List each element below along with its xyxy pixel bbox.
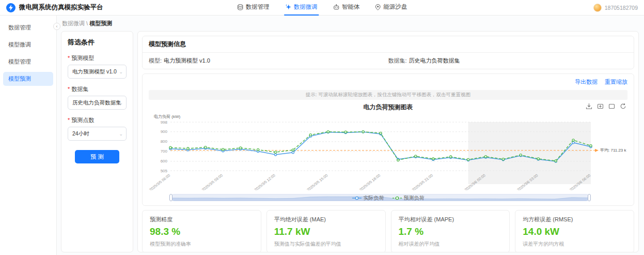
required-marker: * [68,86,70,92]
datazoom-left-handle[interactable] [169,194,172,201]
main-panel: 模型预测信息 模型:电力预测模型 v1.0 数据集:历史电力负荷数据集 导出数据… [137,31,639,252]
metric-mae: 平均绝对误差 (MAE) 11.7 kW 预测值与实际值偏差的平均值 [266,210,386,252]
map-pin-icon [375,4,381,10]
breadcrumb-current: 模型预测 [89,20,112,26]
svg-text:800: 800 [161,139,168,144]
user-box[interactable]: 18705182709 [593,4,638,12]
points-select[interactable]: 24小时 ⌄ [68,127,127,141]
metric-value: 98.3 % [150,226,254,237]
svg-text:平均: 711.23 k: 平均: 711.23 k [600,148,627,153]
nav-data-management[interactable]: 数据管理 [236,0,271,16]
breadcrumb-parent[interactable]: 数据微调 [62,20,85,26]
legend-item-actual[interactable]: 实际负荷 [352,194,384,202]
chevron-down-icon: ⌄ [119,69,123,74]
required-marker: * [68,55,70,61]
metric-value: 1.7 % [399,226,502,237]
chevron-down-icon: ⌄ [119,100,123,106]
metric-mape: 平均相对误差 (MAPE) 1.7 % 相对误差的平均值 [391,210,510,252]
chart-toolbox [586,103,626,110]
svg-text:2025/3/5 15:00: 2025/3/5 15:00 [306,173,329,190]
required-marker: * [68,117,70,123]
metric-label: 平均绝对误差 (MAE) [274,216,378,223]
field-label-model: *预测模型 [68,54,127,62]
reset-zoom-link[interactable]: 重置缩放 [605,78,627,86]
breadcrumb-separator: \ [86,20,88,26]
metric-accuracy: 预测精度 98.3 % 模型预测的准确率 [142,210,261,252]
robot-icon [333,4,339,10]
nav-label: 智能体 [342,3,360,11]
user-avatar[interactable] [593,4,602,12]
metric-desc: 模型预测的准确率 [150,241,254,248]
svg-text:2025/3/5 09:00: 2025/3/5 09:00 [201,173,224,190]
metric-rmse: 均方根误差 (RMSE) 14.0 kW 误差平方的均方根 [515,210,634,252]
svg-text:电力负荷 (kW): 电力负荷 (kW) [154,114,180,119]
datazoom-right-handle[interactable] [588,194,591,201]
export-data-link[interactable]: 导出数据 [575,78,598,86]
user-phone: 18705182709 [605,5,638,11]
top-navigation: 数据管理 数据微调 智能体 能源沙盘 [236,0,409,16]
chevron-down-icon: ⌄ [119,131,123,137]
prediction-info-box: 模型预测信息 模型:电力预测模型 v1.0 数据集:历史电力负荷数据集 [142,36,634,69]
svg-text:2025/3/5 21:00: 2025/3/5 21:00 [411,173,434,190]
metric-value: 11.7 kW [274,226,378,237]
power-load-line-chart[interactable]: 505600700800900998电力负荷 (kW)2025/3/5 06:0… [149,113,629,190]
filter-title: 筛选条件 [68,38,127,47]
svg-text:505: 505 [161,169,168,173]
metric-desc: 相对误差的平均值 [399,241,502,248]
zoom-window-icon[interactable] [597,103,604,110]
legend-marker-predicted [392,196,402,200]
metric-label: 预测精度 [150,216,254,223]
svg-text:900: 900 [161,129,168,134]
svg-text:998: 998 [161,120,168,125]
sidebar-item-model-predict[interactable]: 模型预测 [3,72,53,86]
model-select[interactable]: 电力预测模型 v1.0 ⌄ [68,65,127,79]
refresh-icon[interactable] [620,103,626,110]
field-label-dataset: *数据集 [68,85,127,93]
chart-hint: 提示: 可滚动鼠标滚轮缩放图表，按住左键拖动可平移图表，双击可重置视图 [149,90,627,100]
metric-value: 14.0 kW [523,226,626,237]
points-select-value: 24小时 [72,130,89,138]
dataset-select-value: 历史电力负荷数据集 [72,99,121,107]
svg-text:2025/3/5 06:00: 2025/3/5 06:00 [149,173,171,190]
nav-label: 数据微调 [294,3,318,11]
prediction-info-title: 模型预测信息 [143,36,634,53]
svg-text:600: 600 [161,159,168,163]
chart-title: 电力负荷预测图表 [149,102,627,112]
legend-item-predicted[interactable]: 预测负荷 [392,194,425,202]
nav-label: 能源沙盘 [383,3,407,11]
metric-label: 均方根误差 (RMSE) [523,216,626,223]
app-logo-icon [6,3,15,12]
legend-marker-actual [352,196,362,200]
nav-label: 数据管理 [246,3,270,11]
svg-text:2025/3/5 18:00: 2025/3/5 18:00 [358,173,381,190]
sidebar-item-data-management[interactable]: 数据管理 [3,21,53,35]
sidebar-collapse-button[interactable]: ‹ [53,23,60,30]
dataset-info: 数据集:历史电力负荷数据集 [388,57,628,65]
frame-icon[interactable] [608,103,615,110]
svg-text:2025/3/5 12:00: 2025/3/5 12:00 [254,173,276,190]
filter-panel: 筛选条件 *预测模型 电力预测模型 v1.0 ⌄ *数据集 历史电力负荷数据集 … [61,31,133,252]
download-icon[interactable] [586,103,592,110]
metric-desc: 预测值与实际值偏差的平均值 [274,241,378,248]
predict-button[interactable]: 预 测 [75,150,119,163]
database-icon [237,4,243,10]
metric-label: 平均相对误差 (MAPE) [399,216,502,223]
spark-icon [285,4,291,10]
nav-agent[interactable]: 智能体 [332,0,361,16]
dataset-select[interactable]: 历史电力负荷数据集 ⌄ [68,96,127,110]
chart-box: 导出数据 重置缩放 提示: 可滚动鼠标滚轮缩放图表，按住左键拖动可平移图表，双击… [142,73,634,206]
model-info: 模型:电力预测模型 v1.0 [149,57,388,65]
sidebar: 数据管理 模型微调 模型管理 模型预测 [0,16,57,255]
top-header: 微电网系统仿真模拟实验平台 数据管理 数据微调 智能体 能源沙盘 1870518… [0,0,644,16]
app-title: 微电网系统仿真模拟实验平台 [19,3,103,12]
nav-energy-sandbox[interactable]: 能源沙盘 [374,0,408,16]
metric-desc: 误差平方的均方根 [523,241,626,248]
field-label-points: *预测点数 [68,116,127,124]
datazoom-row: 实际负荷 预测负荷 [149,193,627,202]
main-content: 数据微调 \ 模型预测 筛选条件 *预测模型 电力预测模型 v1.0 ⌄ *数据… [57,16,644,255]
sidebar-item-model-finetune[interactable]: 模型微调 [3,38,53,52]
metrics-row: 预测精度 98.3 % 模型预测的准确率 平均绝对误差 (MAE) 11.7 k… [142,210,634,252]
breadcrumb: 数据微调 \ 模型预测 [61,19,639,31]
sidebar-item-model-management[interactable]: 模型管理 [3,55,53,69]
nav-data-finetune[interactable]: 数据微调 [284,0,319,16]
